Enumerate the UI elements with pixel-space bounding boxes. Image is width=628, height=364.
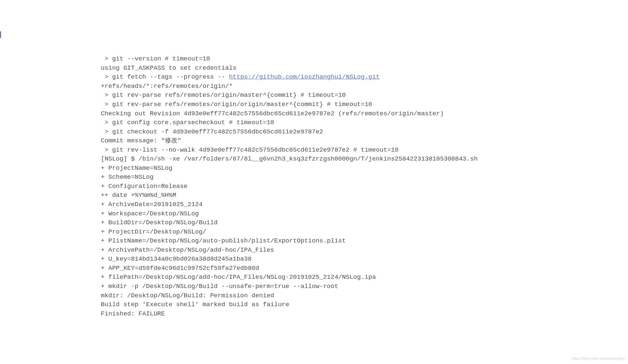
console-line: + BuildDir=/Desktop/NSLog/Build [101, 218, 628, 228]
console-line: Finished: FAILURE [101, 309, 628, 319]
console-line: mkdir: /Desktop/NSLog/Build: Permission … [101, 291, 628, 301]
console-line: > git rev-parse refs/remotes/origin/orig… [101, 100, 628, 109]
console-line: > git config core.sparsecheckout # timeo… [101, 118, 628, 127]
console-line: Checking out Revision 4d93e0eff77c482c57… [101, 109, 628, 119]
console-line: + Workspace=/Desktop/NSLog [101, 209, 628, 219]
console-line: + PlistName=/Desktop/NSLog/auto-publish/… [101, 237, 628, 246]
console-line: +refs/heads/*:refs/remotes/origin/* [101, 82, 628, 91]
console-line: + filePath=/Desktop/NSLog/add-hoc/IPA_Fi… [101, 273, 628, 282]
console-line: + ProjectDir=/Desktop/NSLog/ [101, 228, 628, 237]
console-line: Build step 'Execute shell' marked build … [101, 300, 628, 309]
console-line: + ProjectName=NSLog [101, 164, 628, 173]
console-output: > git --version # timeout=10using GIT_AS… [101, 55, 628, 318]
watermark-text: https://blog.csdn.net/ioszhanghui [572, 356, 625, 361]
console-line: + U_key=814bd134a0c9bd026a38d8d245a1ba38 [101, 255, 628, 264]
console-line: using GIT_ASKPASS to set credentials [101, 64, 628, 73]
console-line: ++ date +%Y%m%d_%H%M [101, 191, 628, 200]
console-line: [NSLog] $ /bin/sh -xe /var/folders/67/8l… [101, 155, 628, 164]
git-repo-link[interactable]: https://github.com/ioszhanghui/NSLog.git [229, 73, 380, 81]
left-edge-marker [0, 31, 1, 38]
console-line: > git rev-list --no-walk 4d93e0eff77c482… [101, 146, 628, 155]
console-line: > git fetch --tags --progress -- https:/… [101, 73, 628, 82]
console-line: > git --version # timeout=10 [101, 55, 628, 64]
console-line: + ArchivePath=/Desktop/NSLog/add-hoc/IPA… [101, 246, 628, 255]
console-line: + APP_KEY=d59fde4c96d1c99752cf59fa27edb8… [101, 264, 628, 273]
console-line: + Scheme=NSLog [101, 173, 628, 182]
console-line: > git checkout -f 4d93e0eff77c482c57556d… [101, 127, 628, 137]
console-line: + mkdir -p /Desktop/NSLog/Build --unsafe… [101, 282, 628, 291]
console-line: + Configuration=Release [101, 182, 628, 191]
console-line: > git rev-parse refs/remotes/origin/mast… [101, 91, 628, 100]
console-line: Commit message: "修改" [101, 136, 628, 146]
console-line: + ArchiveDate=20191025_2124 [101, 200, 628, 209]
